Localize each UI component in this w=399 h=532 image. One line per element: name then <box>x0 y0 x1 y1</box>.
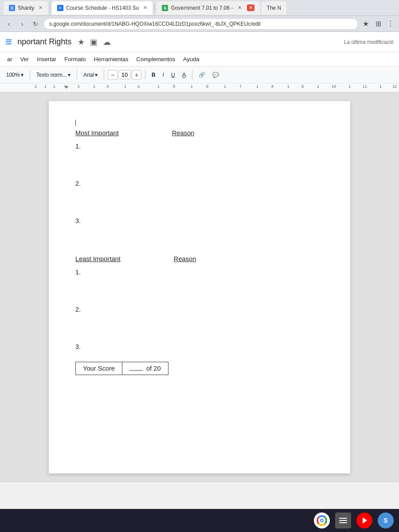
underline-button[interactable]: U <box>168 70 178 80</box>
docs-logo: ≡ <box>5 35 12 49</box>
tab-sep-1 <box>50 4 50 12</box>
document-page[interactable]: Most Important Reason 1. 2. 3. Least Imp… <box>49 101 350 473</box>
font-chevron: ▾ <box>95 72 98 78</box>
least-important-label: Least Important <box>75 255 121 262</box>
font-size-control: − 10 + <box>108 70 141 80</box>
menu-bar: ar Ver Insertar Formato Herramientas Com… <box>0 52 399 66</box>
taskbar: S <box>0 509 399 532</box>
tab-the-n[interactable]: The N <box>262 1 287 15</box>
refresh-button[interactable]: ↻ <box>30 19 41 29</box>
toolbar: 100% ▾ Texto norm... ▾ Arial ▾ − 10 + B … <box>0 66 399 83</box>
link-button[interactable]: 🔗 <box>196 70 208 80</box>
link-icon: 🔗 <box>199 72 205 78</box>
toolbar-div-3 <box>104 70 104 80</box>
comment-button[interactable]: 💬 <box>210 70 222 80</box>
zoom-chevron: ▾ <box>21 72 23 78</box>
most-important-item-2[interactable]: 2. <box>75 177 324 190</box>
folder-icon[interactable]: ▣ <box>90 37 98 47</box>
ruler: 2 1 1 1 2 1 3 1 4 1 5 1 6 1 7 1 8 1 9 1 … <box>0 83 399 92</box>
tab-gov-close[interactable]: ✕ <box>238 5 242 11</box>
toolbar-div-2 <box>77 70 77 80</box>
bold-button[interactable]: B <box>149 70 158 80</box>
chrome-center <box>320 519 324 522</box>
tab-sep-2 <box>154 4 155 12</box>
menu-ar[interactable]: ar <box>4 54 16 64</box>
docs-app-bar: ≡ nportant Rights ★ ▣ ☁ La última modifi… <box>0 32 399 52</box>
font-color-button[interactable]: A <box>180 70 189 80</box>
font-size-decrease[interactable]: − <box>108 70 117 80</box>
score-section: Your Score of 20 <box>75 358 324 375</box>
most-important-item-3[interactable]: 3. <box>75 215 324 227</box>
address-bar-row: ‹ › ↻ s.google.com/document/d/1NABG-HQOX… <box>0 16 399 32</box>
score-table: Your Score of 20 <box>75 362 168 375</box>
tab-government[interactable]: G Government 7.01 to 7.06 - ✕ ✕ <box>156 1 259 15</box>
style-dropdown[interactable]: Texto norm... ▾ <box>34 70 73 80</box>
least-important-section-header: Least Important Reason <box>75 255 324 262</box>
toolbar-div-5 <box>192 70 192 80</box>
zoom-dropdown[interactable]: 100% ▾ <box>4 70 26 80</box>
font-size-increase[interactable]: + <box>132 70 141 80</box>
taskbar-menu-icon[interactable] <box>335 512 351 528</box>
least-important-item-1[interactable]: 1. <box>75 266 324 278</box>
menu-formato[interactable]: Formato <box>61 54 89 64</box>
spacer-4 <box>75 282 324 300</box>
taskbar-youtube-icon[interactable] <box>356 512 372 528</box>
score-blank <box>129 370 143 371</box>
tab-course-close[interactable]: ✕ <box>143 5 147 11</box>
tab-shanty-icon: S <box>9 5 15 11</box>
last-modified-label[interactable]: La última modificació <box>344 39 394 45</box>
star-icon[interactable]: ★ <box>78 37 85 47</box>
tab-shanty-close[interactable]: ✕ <box>39 5 43 11</box>
address-text: s.google.com/document/d/1NABG-HQOXiw16CC… <box>49 21 261 27</box>
font-size-value[interactable]: 10 <box>118 70 131 79</box>
menu-line-1 <box>339 518 347 519</box>
extensions-icon[interactable]: ⊞ <box>373 19 383 29</box>
comment-icon: 💬 <box>212 72 219 78</box>
browser-tabs: S Shanty ✕ C Course Schedule - HS1403 Su… <box>0 0 399 16</box>
cloud-icon[interactable]: ☁ <box>103 37 111 47</box>
tab-course-schedule[interactable]: C Course Schedule - HS1403 Su ✕ <box>52 1 153 15</box>
toolbar-div-1 <box>30 70 30 80</box>
spacer-1 <box>75 156 324 174</box>
italic-button[interactable]: I <box>160 70 167 80</box>
spacer-3 <box>75 231 324 248</box>
least-important-item-3[interactable]: 3. <box>75 340 324 353</box>
score-value-cell: of 20 <box>122 362 168 375</box>
menu-line-2 <box>339 520 347 521</box>
forward-button[interactable]: › <box>17 19 27 29</box>
most-important-section-header: Most Important Reason <box>75 129 324 137</box>
text-cursor <box>75 120 76 126</box>
tab-course-label: Course Schedule - HS1403 Su <box>66 5 139 11</box>
youtube-play-icon <box>363 517 367 524</box>
taskbar-chrome-icon[interactable] <box>314 512 330 528</box>
toolbar-div-4 <box>145 70 145 80</box>
tab-course-icon: C <box>57 5 63 11</box>
back-button[interactable]: ‹ <box>4 19 14 29</box>
document-content: Most Important Reason 1. 2. 3. Least Imp… <box>75 119 324 375</box>
menu-ver[interactable]: Ver <box>17 54 33 64</box>
menu-complementos[interactable]: Complementos <box>133 54 179 64</box>
menu-insertar[interactable]: Insertar <box>33 54 60 64</box>
tab-gov-icon: G <box>162 5 168 11</box>
least-important-item-2[interactable]: 2. <box>75 303 324 316</box>
most-important-label: Most Important <box>75 129 119 137</box>
ruler-tab <box>64 86 69 89</box>
taskbar-user-icon[interactable]: S <box>378 512 394 528</box>
font-dropdown[interactable]: Arial ▾ <box>81 70 100 80</box>
score-label-cell: Your Score <box>76 362 122 375</box>
tab-shanty-label: Shanty <box>18 5 34 11</box>
score-label: Your Score <box>83 365 115 372</box>
more-icon[interactable]: ⋮ <box>386 19 395 29</box>
score-of-text: of 20 <box>146 365 161 372</box>
tab-x-badge: ✕ <box>247 4 254 11</box>
menu-ayuda[interactable]: Ayuda <box>180 54 203 64</box>
cursor-area <box>75 119 324 126</box>
most-important-item-1[interactable]: 1. <box>75 140 324 153</box>
menu-herramientas[interactable]: Herramientas <box>90 54 132 64</box>
style-chevron: ▾ <box>68 72 70 78</box>
address-bar[interactable]: s.google.com/document/d/1NABG-HQOXiw16CC… <box>43 18 358 30</box>
tab-shanty[interactable]: S Shanty ✕ <box>4 1 48 15</box>
bookmark-icon[interactable]: ★ <box>361 19 371 29</box>
tab-the-n-label: The N <box>267 5 282 11</box>
reason-label-2: Reason <box>174 255 196 262</box>
